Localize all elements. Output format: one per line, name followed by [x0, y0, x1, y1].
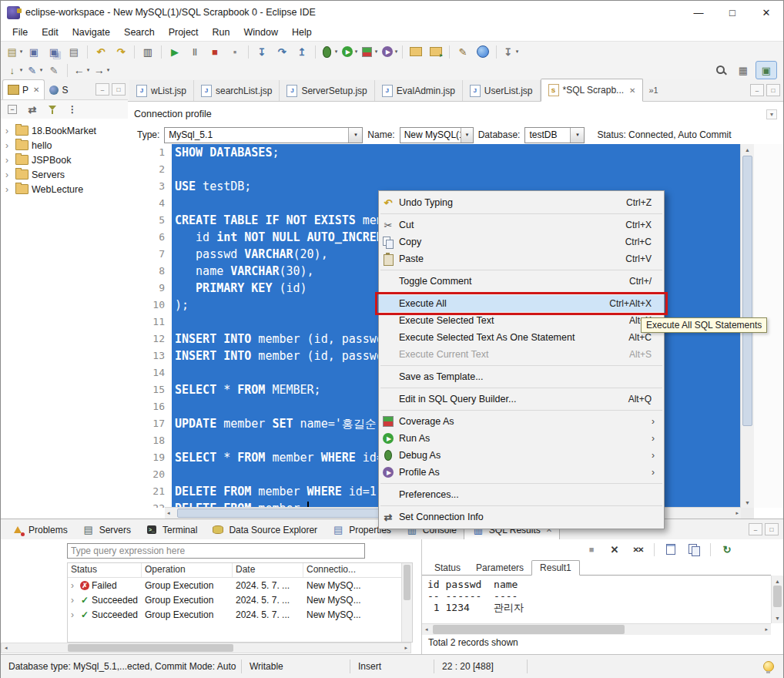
tab-close-icon[interactable]: ✕ — [33, 86, 39, 94]
scroll-left-icon[interactable]: ◂ — [165, 508, 173, 519]
lightbulb-icon[interactable] — [763, 661, 774, 672]
print-icon[interactable] — [64, 43, 84, 60]
tab-overflow-indicator[interactable]: »1 — [648, 86, 658, 95]
collapse-all-icon[interactable] — [2, 101, 22, 118]
resume-icon[interactable] — [165, 43, 185, 60]
dropdown-caret-icon[interactable]: ▾ — [20, 49, 23, 55]
terminate-icon[interactable] — [205, 43, 225, 60]
new-wizard-icon[interactable]: ▾ — [4, 43, 24, 60]
dropdown-caret-icon[interactable]: ▾ — [87, 67, 90, 73]
java-ee-perspective-icon[interactable] — [756, 61, 777, 79]
suspend-icon[interactable] — [185, 43, 205, 60]
grid-hscrollbar[interactable]: ◂ ▸ — [422, 623, 771, 635]
menu-item-run-as[interactable]: Run As› — [379, 430, 664, 447]
close-button[interactable]: ✕ — [749, 1, 783, 24]
refresh-icon[interactable] — [717, 541, 737, 558]
code-line[interactable] — [175, 161, 741, 178]
menu-item-coverage-as[interactable]: Coverage As› — [379, 413, 664, 430]
expander-icon[interactable]: › — [5, 140, 12, 151]
coverage-icon[interactable]: ▾ — [359, 43, 379, 60]
scroll-left-icon[interactable]: ◂ — [2, 643, 10, 653]
scroll-down-icon[interactable]: ▼ — [741, 497, 754, 508]
dropdown-caret-icon[interactable]: ▾ — [107, 67, 110, 73]
save-icon[interactable] — [24, 43, 44, 60]
export-result-icon[interactable] — [661, 541, 681, 558]
column-header-operation[interactable]: Operation — [142, 563, 233, 577]
maximize-editor-icon[interactable]: □ — [766, 84, 780, 96]
remove-result-icon[interactable] — [605, 541, 625, 558]
scrollbar-thumb[interactable] — [773, 586, 782, 607]
menu-item-set-connection-info[interactable]: Set Connection Info — [379, 509, 664, 525]
scrollbar-thumb[interactable] — [68, 644, 233, 652]
menu-item-execute-selected-text[interactable]: Execute Selected TextAlt+X — [379, 312, 664, 329]
undo-icon[interactable] — [91, 43, 111, 60]
editor-tab-evaladmin-jsp[interactable]: JEvalAdmin.jsp — [375, 80, 463, 101]
pencil-icon[interactable] — [453, 43, 473, 60]
scroll-right-icon[interactable]: ▸ — [402, 643, 410, 653]
result-tab-result1[interactable]: Result1 — [531, 560, 580, 576]
name-combo[interactable]: New MySQL(1) ▼ — [400, 127, 474, 143]
maximize-view-icon[interactable]: □ — [112, 83, 126, 96]
column-header-status[interactable]: Status — [68, 563, 142, 577]
open-perspective-icon[interactable] — [733, 62, 753, 79]
tab-project-explorer[interactable]: P ✕ — [2, 79, 45, 99]
menu-item-debug-as[interactable]: Debug As› — [379, 447, 664, 464]
tab-snippets[interactable]: S — [45, 80, 72, 99]
search-icon[interactable] — [711, 62, 731, 79]
menu-item-execute-selected-text-as-one-statement[interactable]: Execute Selected Text As One StatementAl… — [379, 329, 664, 346]
expander-icon[interactable]: › — [5, 170, 12, 180]
dropdown-caret-icon[interactable]: ▾ — [20, 67, 23, 73]
expander-icon[interactable]: › — [71, 595, 78, 606]
tab-problems[interactable]: Problems — [4, 520, 75, 539]
tab-data-source-explorer[interactable]: Data Source Explorer — [204, 520, 324, 539]
step-into-icon[interactable] — [252, 43, 272, 60]
back-icon[interactable]: ▾ — [71, 62, 91, 79]
expander-icon[interactable]: › — [5, 155, 12, 166]
result-row[interactable]: ›SucceededGroup Execution2024. 5. 7. ...… — [68, 592, 412, 607]
scrollbar-thumb[interactable] — [404, 565, 410, 600]
step-return-icon[interactable] — [292, 43, 312, 60]
menu-file[interactable]: File — [5, 25, 35, 39]
export-all-results-icon[interactable] — [684, 541, 704, 558]
link-with-editor-icon[interactable] — [22, 101, 42, 118]
menu-edit[interactable]: Edit — [35, 25, 65, 39]
column-header-connectio[interactable]: Connectio... — [303, 563, 412, 577]
menu-run[interactable]: Run — [206, 25, 237, 39]
edit-pencil-icon[interactable] — [44, 62, 64, 79]
editor-tab-searchlist-jsp[interactable]: JsearchList.jsp — [194, 80, 280, 101]
dropdown-caret-icon[interactable]: ▾ — [355, 49, 358, 55]
menu-item-paste[interactable]: PasteCtrl+V — [379, 250, 664, 267]
debug-icon[interactable]: ▾ — [319, 43, 339, 60]
tab-close-icon[interactable]: ✕ — [629, 86, 635, 95]
web-browser-icon[interactable] — [473, 43, 493, 60]
result-tab-parameters[interactable]: Parameters — [468, 560, 531, 576]
menu-item-profile-as[interactable]: Profile As› — [379, 464, 664, 481]
grid-vscrollbar[interactable]: ▲ ▼ — [771, 576, 783, 623]
step-over-icon[interactable] — [272, 43, 292, 60]
dropdown-caret-icon[interactable]: ▾ — [516, 49, 519, 55]
scroll-left-icon[interactable]: ◂ — [423, 624, 431, 635]
menu-item-preferences[interactable]: Preferences... — [379, 486, 664, 503]
column-header-date[interactable]: Date — [233, 563, 303, 577]
menu-search[interactable]: Search — [117, 25, 162, 39]
editor-tab-userlist-jsp[interactable]: JUserList.jsp — [463, 80, 541, 101]
project-servers[interactable]: ›Servers — [1, 167, 128, 182]
menu-item-undo-typing[interactable]: Undo TypingCtrl+Z — [379, 194, 664, 211]
run-icon[interactable]: ▾ — [339, 43, 359, 60]
forward-icon[interactable]: ▾ — [91, 62, 111, 79]
redo-icon[interactable] — [111, 43, 131, 60]
dropdown-caret-icon[interactable]: ▾ — [395, 49, 398, 55]
minimize-panel-icon[interactable]: ‒ — [749, 523, 762, 535]
menu-item-copy[interactable]: CopyCtrl+C — [379, 233, 664, 250]
type-combo[interactable]: MySql_5.1 ▼ — [164, 127, 363, 143]
code-line[interactable]: SHOW DATABASES; — [175, 144, 741, 161]
project-weblecture[interactable]: ›WebLecture — [1, 182, 128, 196]
menu-window[interactable]: Window — [237, 25, 285, 39]
open-console-icon[interactable] — [138, 43, 158, 60]
menu-item-edit-in-sql-query-builder[interactable]: Edit in SQL Query Builder...Alt+Q — [379, 391, 664, 408]
view-menu-icon[interactable] — [62, 101, 82, 118]
editor-tab-serversetup-jsp[interactable]: JServerSetup.jsp — [280, 80, 374, 101]
maximize-panel-icon[interactable]: □ — [765, 523, 779, 535]
tab-terminal[interactable]: Terminal — [138, 520, 204, 539]
menu-item-execute-all[interactable]: Execute AllCtrl+Alt+X — [379, 295, 664, 312]
